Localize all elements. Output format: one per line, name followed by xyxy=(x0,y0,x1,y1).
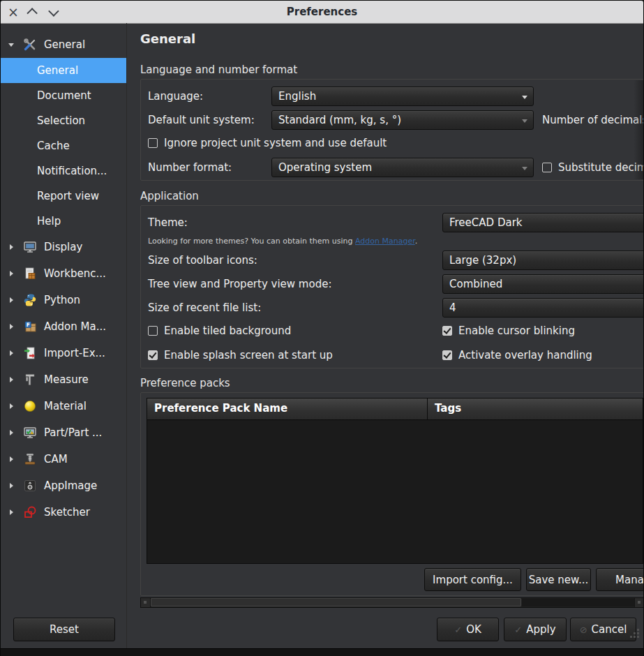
expander-closed-icon[interactable] xyxy=(6,403,16,409)
checkbox-icon[interactable] xyxy=(148,138,158,148)
language-group: Language: English Default unit system: S… xyxy=(140,79,643,181)
import-config-button[interactable]: Import config... xyxy=(424,568,521,591)
splash-screen-checkbox[interactable]: Enable splash screen at start up xyxy=(148,349,333,361)
scrollbar-track[interactable] xyxy=(522,599,635,606)
language-label: Language: xyxy=(148,87,203,106)
recent-files-label: Size of recent file list: xyxy=(148,298,261,318)
ok-button[interactable]: ✓ OK xyxy=(437,618,499,641)
horizontal-scrollbar[interactable] xyxy=(140,597,643,608)
sidebar-item-part[interactable]: Part/Part ... xyxy=(1,419,126,446)
expander-closed-icon[interactable] xyxy=(6,456,16,462)
table-body-empty xyxy=(147,420,643,565)
theme-select[interactable]: FreeCAD Dark xyxy=(442,213,643,232)
resize-grip-icon[interactable] xyxy=(626,625,641,640)
packs-group-title: Preference packs xyxy=(140,377,230,389)
expander-closed-icon[interactable] xyxy=(6,430,16,435)
toolbar-icons-select[interactable]: Large (32px) xyxy=(442,251,643,270)
expander-closed-icon[interactable] xyxy=(6,509,16,515)
material-icon xyxy=(22,399,38,413)
expander-closed-icon[interactable] xyxy=(6,377,16,382)
number-format-select[interactable]: Operating system xyxy=(271,158,534,177)
tiled-background-checkbox[interactable]: Enable tiled background xyxy=(148,325,291,337)
expander-closed-icon[interactable] xyxy=(6,297,16,303)
language-select[interactable]: English xyxy=(271,87,534,106)
titlebar: × Preferences xyxy=(1,1,643,24)
expander-closed-icon[interactable] xyxy=(6,483,16,489)
treeview-mode-label: Tree view and Property view mode: xyxy=(148,274,331,294)
expander-open-icon[interactable] xyxy=(6,43,16,47)
clipped-edge-shade xyxy=(634,80,643,179)
recent-files-spinbox[interactable]: 4 xyxy=(442,298,643,318)
chevron-down-icon xyxy=(522,96,527,99)
sidebar-item-cache[interactable]: Cache xyxy=(1,133,126,158)
page-content: General Language and number format Langu… xyxy=(140,23,643,616)
reset-button[interactable]: Reset xyxy=(13,618,115,641)
sidebar-item-cam[interactable]: CAM xyxy=(1,446,126,472)
cursor-blinking-checkbox[interactable]: Enable cursor blinking xyxy=(442,325,575,337)
chevron-down-icon xyxy=(522,167,527,170)
tree-group-label: General xyxy=(44,38,85,51)
cancel-icon: ⊘ xyxy=(580,625,587,635)
python-icon xyxy=(22,293,38,307)
preference-packs-group: Preference Pack Name Tags Import config.… xyxy=(140,392,643,596)
display-icon xyxy=(22,240,38,254)
sidebar-item-sketcher[interactable]: Sketcher xyxy=(1,499,126,525)
page-title: General xyxy=(140,31,195,46)
appimage-icon xyxy=(22,479,38,493)
part-icon xyxy=(22,426,38,440)
decimals-label: Number of decimals: xyxy=(542,110,643,130)
sidebar-item-display[interactable]: Display xyxy=(1,234,126,260)
general-icon xyxy=(22,38,38,52)
application-group-title: Application xyxy=(140,190,199,202)
sidebar-item-general[interactable]: General xyxy=(1,58,126,83)
save-new-button[interactable]: Save new... xyxy=(526,568,591,591)
checkbox-icon[interactable] xyxy=(148,350,158,360)
window-title: Preferences xyxy=(1,1,643,23)
overlay-handling-checkbox[interactable]: Activate overlay handling xyxy=(442,349,592,361)
expander-closed-icon[interactable] xyxy=(6,350,16,356)
svg-text:F: F xyxy=(27,322,30,328)
expander-closed-icon[interactable] xyxy=(6,324,16,329)
import-export-icon xyxy=(22,346,38,360)
checkbox-icon[interactable] xyxy=(442,326,452,336)
preference-packs-table: Preference Pack Name Tags xyxy=(147,398,643,564)
unit-system-select[interactable]: Standard (mm, kg, s, °) xyxy=(271,110,534,130)
sidebar-item-addon-manager[interactable]: F Addon Ma... xyxy=(1,313,126,340)
sidebar-item-notification[interactable]: Notification... xyxy=(1,158,126,184)
expander-closed-icon[interactable] xyxy=(6,271,16,276)
sidebar-item-python[interactable]: Python xyxy=(1,287,126,313)
window-bottom-edge xyxy=(1,648,643,656)
column-header-name[interactable]: Preference Pack Name xyxy=(147,398,428,419)
sidebar-item-help[interactable]: Help xyxy=(1,209,126,234)
scrollbar-thumb[interactable] xyxy=(151,598,521,606)
ignore-unit-checkbox[interactable]: Ignore project unit system and use defau… xyxy=(148,137,387,149)
sidebar-item-document[interactable]: Document xyxy=(1,83,126,108)
treeview-mode-select[interactable]: Combined xyxy=(442,274,643,294)
checkbox-icon[interactable] xyxy=(542,163,552,172)
scroll-left-arrow[interactable] xyxy=(141,598,151,607)
unit-system-label: Default unit system: xyxy=(148,110,255,130)
sidebar-item-workbenches[interactable]: Workbenc... xyxy=(1,260,126,287)
column-header-tags[interactable]: Tags xyxy=(428,398,643,419)
manage-packs-button[interactable]: Manage... xyxy=(596,568,643,591)
checkbox-icon[interactable] xyxy=(442,350,452,360)
settings-tree: General General Document Selection Cache… xyxy=(1,31,126,525)
application-group: Theme: FreeCAD Dark Looking for more the… xyxy=(140,205,643,368)
substitute-decimal-checkbox[interactable]: Substitute decimal separator xyxy=(542,161,643,174)
tree-group-general[interactable]: General xyxy=(1,31,126,58)
chevron-down-icon xyxy=(522,119,527,123)
scroll-right-arrow[interactable] xyxy=(634,598,643,607)
addon-manager-link[interactable]: Addon Manager xyxy=(355,237,415,246)
apply-button[interactable]: ✓ Apply xyxy=(504,618,567,641)
sidebar-item-appimage[interactable]: AppImage xyxy=(1,472,126,499)
preferences-sidebar: General General Document Selection Cache… xyxy=(1,23,127,648)
number-format-label: Number format: xyxy=(148,158,232,177)
sidebar-item-material[interactable]: Material xyxy=(1,393,126,419)
sidebar-item-report-view[interactable]: Report view xyxy=(1,184,126,209)
sidebar-item-measure[interactable]: Measure xyxy=(1,366,126,393)
sidebar-item-import-export[interactable]: Import-Ex... xyxy=(1,340,126,366)
expander-closed-icon[interactable] xyxy=(6,244,16,250)
sidebar-item-selection[interactable]: Selection xyxy=(1,108,126,133)
checkbox-icon[interactable] xyxy=(148,326,158,336)
cam-icon xyxy=(22,452,38,466)
